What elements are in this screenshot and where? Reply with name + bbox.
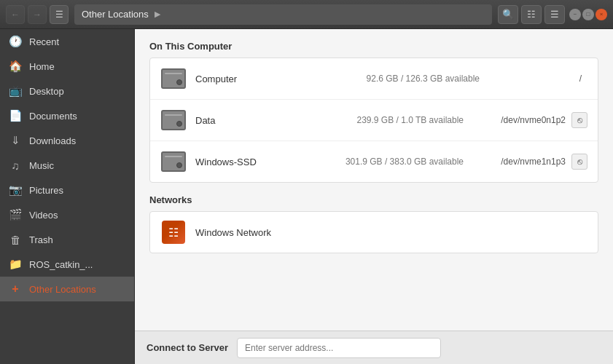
ros-icon: 📁 bbox=[9, 258, 22, 271]
back-button[interactable]: ← bbox=[6, 5, 25, 24]
sidebar-item-home[interactable]: 🏠 Home bbox=[0, 54, 134, 79]
recent-icon: 🕐 bbox=[9, 35, 22, 48]
networks-title: Networks bbox=[149, 194, 598, 205]
titlebar: ← → ☰ Other Locations ▶ 🔍 ☷ ☰ − □ × bbox=[0, 0, 613, 29]
on-this-computer-title: On This Computer bbox=[149, 41, 598, 52]
sidebar-label-music: Music bbox=[29, 160, 54, 171]
connect-to-server-bar: Connect to Server bbox=[135, 331, 613, 364]
sidebar-label-videos: Videos bbox=[29, 210, 58, 221]
sidebar-toggle-button[interactable]: ☰ bbox=[50, 5, 69, 24]
main-layout: 🕐 Recent 🏠 Home 📺 Desktop 📄 Documents ⇓ … bbox=[0, 29, 613, 364]
breadcrumb-arrow: ▶ bbox=[155, 9, 160, 19]
drive-ssd-path: /dev/nvme1n1p3 bbox=[471, 157, 566, 167]
pictures-icon: 📷 bbox=[9, 183, 22, 197]
hdd-icon bbox=[161, 68, 186, 89]
sidebar: 🕐 Recent 🏠 Home 📺 Desktop 📄 Documents ⇓ … bbox=[0, 29, 135, 364]
sidebar-label-documents: Documents bbox=[29, 111, 77, 122]
sidebar-item-ros-catkin[interactable]: 📁 ROS_catkin_... bbox=[0, 252, 134, 277]
connect-label: Connect to Server bbox=[147, 342, 228, 353]
drive-data-info: 239.9 GB / 1.0 TB available bbox=[268, 115, 464, 125]
toolbar-actions: 🔍 ☷ ☰ bbox=[498, 5, 565, 24]
documents-icon: 📄 bbox=[9, 109, 22, 122]
sidebar-item-other-locations[interactable]: + Other Locations bbox=[0, 277, 134, 301]
content-scroll: On This Computer Computer 92.6 GB / 126.… bbox=[135, 29, 613, 331]
eject-data-button[interactable]: ⎋ bbox=[571, 112, 587, 128]
drive-data-name: Data bbox=[195, 115, 268, 126]
search-button[interactable]: 🔍 bbox=[498, 5, 518, 24]
win-network-icon: ☷ bbox=[162, 221, 185, 244]
sidebar-label-desktop: Desktop bbox=[29, 86, 64, 97]
minimize-button[interactable]: − bbox=[569, 9, 581, 20]
eject-ssd-button[interactable]: ⎋ bbox=[571, 154, 587, 170]
sidebar-label-home: Home bbox=[29, 61, 55, 72]
server-address-input[interactable] bbox=[237, 338, 441, 358]
home-icon: 🏠 bbox=[9, 60, 22, 73]
drive-data-path: /dev/nvme0n1p2 bbox=[471, 115, 566, 125]
sidebar-item-desktop[interactable]: 📺 Desktop bbox=[0, 79, 134, 103]
windows-network-item[interactable]: ☷ Windows Network bbox=[150, 212, 598, 253]
sidebar-label-downloads: Downloads bbox=[29, 135, 76, 146]
hdd-icon-data bbox=[161, 110, 186, 130]
drive-data[interactable]: Data 239.9 GB / 1.0 TB available /dev/nv… bbox=[150, 100, 598, 141]
music-icon: ♫ bbox=[9, 159, 22, 172]
sidebar-label-recent: Recent bbox=[29, 36, 59, 47]
breadcrumb-label: Other Locations bbox=[82, 9, 149, 20]
sidebar-item-videos[interactable]: 🎬 Videos bbox=[0, 202, 134, 227]
breadcrumb[interactable]: Other Locations ▶ bbox=[74, 4, 492, 25]
close-button[interactable]: × bbox=[596, 9, 607, 20]
sidebar-label-ros-catkin: ROS_catkin_... bbox=[29, 259, 93, 270]
desktop-icon: 📺 bbox=[9, 84, 22, 98]
nav-buttons: ← → ☰ bbox=[6, 5, 69, 24]
windows-network-name: Windows Network bbox=[195, 227, 271, 238]
drive-ssd-icon bbox=[160, 149, 187, 175]
drive-ssd-name: Windows-SSD bbox=[195, 157, 268, 167]
drive-computer-info: 92.6 GB / 126.3 GB available bbox=[268, 74, 480, 84]
sidebar-item-music[interactable]: ♫ Music bbox=[0, 153, 134, 178]
window-controls: − □ × bbox=[569, 9, 607, 20]
maximize-button[interactable]: □ bbox=[582, 9, 594, 20]
content-area: On This Computer Computer 92.6 GB / 126.… bbox=[135, 29, 613, 364]
networks-list: ☷ Windows Network bbox=[149, 211, 598, 253]
drive-computer-path: / bbox=[487, 74, 582, 84]
videos-icon: 🎬 bbox=[9, 208, 22, 221]
sidebar-item-recent[interactable]: 🕐 Recent bbox=[0, 29, 134, 54]
hdd-icon-ssd bbox=[161, 151, 186, 172]
drive-windows-ssd[interactable]: Windows-SSD 301.9 GB / 383.0 GB availabl… bbox=[150, 141, 598, 182]
sidebar-item-downloads[interactable]: ⇓ Downloads bbox=[0, 128, 134, 153]
windows-network-icon: ☷ bbox=[160, 219, 187, 245]
sidebar-item-pictures[interactable]: 📷 Pictures bbox=[0, 178, 134, 202]
menu-button[interactable]: ☰ bbox=[544, 5, 565, 24]
downloads-icon: ⇓ bbox=[9, 134, 22, 147]
sidebar-label-trash: Trash bbox=[29, 234, 53, 245]
trash-icon: 🗑 bbox=[9, 233, 22, 246]
sidebar-label-other-locations: Other Locations bbox=[29, 284, 96, 295]
sidebar-item-documents[interactable]: 📄 Documents bbox=[0, 103, 134, 128]
drive-ssd-info: 301.9 GB / 383.0 GB available bbox=[268, 157, 464, 167]
drive-computer[interactable]: Computer 92.6 GB / 126.3 GB available / bbox=[150, 58, 598, 100]
drives-list: Computer 92.6 GB / 126.3 GB available / … bbox=[149, 58, 598, 183]
sidebar-item-trash[interactable]: 🗑 Trash bbox=[0, 227, 134, 252]
view-toggle-button[interactable]: ☷ bbox=[521, 5, 542, 24]
drive-computer-name: Computer bbox=[195, 74, 268, 84]
drive-computer-icon bbox=[160, 66, 187, 92]
forward-button[interactable]: → bbox=[28, 5, 47, 24]
other-locations-icon: + bbox=[9, 282, 22, 296]
sidebar-label-pictures: Pictures bbox=[29, 185, 63, 196]
drive-data-icon bbox=[160, 107, 187, 133]
